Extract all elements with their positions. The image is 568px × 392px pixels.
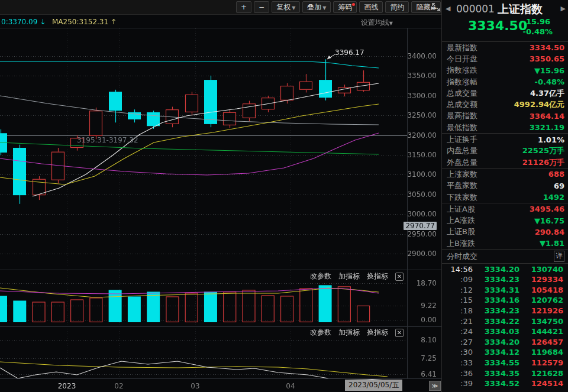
tape-price: 3334.12 bbox=[473, 348, 529, 357]
tape-row: :393334.52124514 bbox=[442, 378, 568, 389]
price-axis-tick: 3350.00 bbox=[395, 72, 437, 80]
quote-value: ▼15.96 bbox=[477, 66, 564, 75]
tape-row: :243334.03144421 bbox=[442, 326, 568, 337]
pane-control-加指标[interactable]: 加指标 bbox=[338, 271, 360, 281]
quote-row: 最新指数3334.50 bbox=[442, 42, 568, 53]
price-axis-tick: 3300.00 bbox=[395, 92, 437, 100]
toolbar-button-0[interactable]: + bbox=[236, 1, 251, 13]
tape-volume: 121926 bbox=[529, 306, 568, 315]
quote-label: 上涨家数 bbox=[447, 169, 477, 180]
chevron-down-icon: ▼ bbox=[292, 5, 295, 11]
tape-volume: 120762 bbox=[529, 296, 568, 304]
current-date-label: 2023/05/05/五 bbox=[345, 380, 402, 391]
quote-label: 上证B股 bbox=[447, 226, 475, 237]
tape-price: 3334.23 bbox=[473, 275, 529, 284]
pane-control-改参数[interactable]: 改参数 bbox=[310, 271, 331, 281]
quote-row: 上B涨跌▼1.81 bbox=[442, 238, 568, 249]
tape-volume: 124514 bbox=[529, 379, 568, 388]
pane-control-加指标[interactable]: 加指标 bbox=[338, 328, 360, 338]
pane-control-改参数[interactable]: 改参数 bbox=[310, 328, 331, 338]
toolbar-button-4[interactable]: 筹码 bbox=[333, 1, 357, 13]
change-amount: -15.96 bbox=[523, 17, 553, 27]
tape-row: :123334.31105418 bbox=[442, 285, 568, 296]
quote-label: 外盘总量 bbox=[447, 157, 477, 168]
price-axis-tick: 3050.00 bbox=[395, 190, 437, 199]
pane-control-换指标[interactable]: 换指标 bbox=[367, 271, 388, 281]
volume-axis-tick: 9.22 bbox=[395, 302, 437, 310]
quote-row: 内盘总量22525万手 bbox=[442, 145, 568, 157]
prev-stock-arrow-icon[interactable]: ◀ bbox=[446, 5, 450, 12]
quote-row: 外盘总量21126万手 bbox=[442, 157, 568, 168]
tape-price: 3334.20 bbox=[473, 338, 529, 346]
time-axis-tick: 04 bbox=[286, 382, 295, 390]
toolbar-button-2[interactable]: 复权▼ bbox=[272, 1, 300, 13]
price-axis-tick: 3200.00 bbox=[395, 131, 437, 140]
close-pane-icon[interactable]: ✕ bbox=[395, 273, 404, 281]
tape-volume: 121628 bbox=[529, 369, 568, 378]
tape-volume: 144421 bbox=[529, 327, 568, 336]
quote-label: 指数涨幅 bbox=[447, 77, 477, 88]
toolbar-buttons: +−复权▼叠加▼筹码画线简约隐藏▶▶ bbox=[236, 1, 441, 13]
toolbar-button-1[interactable]: − bbox=[254, 1, 269, 13]
tape-time: :24 bbox=[442, 327, 473, 336]
quote-row: 最高指数3364.14 bbox=[442, 111, 568, 122]
tape-time: :09 bbox=[442, 275, 473, 284]
scroll-right-button[interactable]: ≫ bbox=[429, 381, 441, 391]
tape-volume: 129334 bbox=[529, 275, 568, 284]
quote-value: 688 bbox=[477, 170, 564, 179]
gap-annotation: 3195.31-3197.32 bbox=[77, 136, 138, 144]
quote-value: 3350.65 bbox=[477, 54, 564, 63]
tape-price: 3334.55 bbox=[473, 358, 529, 367]
quote-value: 3495.46 bbox=[475, 205, 564, 213]
toolbar-button-3[interactable]: 叠加▼ bbox=[302, 1, 331, 13]
fullscreen-icon[interactable] bbox=[431, 2, 441, 12]
quote-label: 内盘总量 bbox=[447, 145, 477, 156]
quote-row: 最低指数3321.19 bbox=[442, 122, 568, 133]
close-pane-icon[interactable]: ✕ bbox=[395, 329, 404, 337]
tape-time: :21 bbox=[442, 317, 473, 326]
time-axis-tick: 03 bbox=[191, 382, 199, 390]
tape-row: :213334.22134750 bbox=[442, 316, 568, 326]
stock-name[interactable]: 上证指数 bbox=[498, 2, 543, 17]
tape-row: :303334.12119684 bbox=[442, 347, 568, 358]
quote-value: 1492 bbox=[477, 193, 564, 202]
quote-row: 指数涨幅-0.48% bbox=[442, 76, 568, 88]
pane-control-换指标[interactable]: 换指标 bbox=[367, 328, 388, 338]
volume-pane-controls: 改参数加指标换指标✕ bbox=[310, 271, 404, 281]
tape-time: :33 bbox=[442, 358, 473, 367]
tape-time: :15 bbox=[442, 296, 473, 304]
chart-column: +−复权▼叠加▼筹码画线简约隐藏▶▶ 0:3370.09 ↓ MA250:315… bbox=[0, 0, 441, 392]
high-point-annotation: 3396.17 bbox=[335, 48, 364, 57]
tape-detail-button[interactable]: 详 bbox=[554, 251, 564, 262]
tape-price: 3334.52 bbox=[473, 379, 529, 388]
quote-label: 最低指数 bbox=[447, 122, 477, 133]
tape-price: 3334.03 bbox=[473, 327, 529, 336]
tape-time: :27 bbox=[442, 338, 473, 346]
tape-row: :093334.23129334 bbox=[442, 274, 568, 285]
next-stock-arrow-icon[interactable]: ▶ bbox=[561, 5, 566, 12]
tape-row: :333334.55112579 bbox=[442, 358, 568, 368]
change-percent: -0.48% bbox=[523, 27, 553, 37]
quote-label: 上证换手 bbox=[447, 134, 477, 145]
ma-settings-button[interactable]: 设置均线▼ bbox=[361, 18, 393, 28]
tape-header: 分时成交 详 bbox=[442, 250, 568, 263]
volume-axis-tick: 0.00 bbox=[395, 316, 437, 324]
tape-price: 3334.31 bbox=[473, 286, 529, 294]
quote-label: 平盘家数 bbox=[447, 180, 477, 191]
price-axis-tick: 3150.00 bbox=[395, 151, 437, 159]
price-axis-tick: 2950.00 bbox=[395, 230, 437, 238]
quote-table: 最新指数3334.50今日开盘3350.65指数涨跌▼15.96指数涨幅-0.4… bbox=[442, 42, 568, 249]
toolbar-button-6[interactable]: 简约 bbox=[385, 1, 409, 13]
price-axis-tick: 3400.00 bbox=[395, 52, 437, 60]
toolbar-button-5[interactable]: 画线 bbox=[359, 1, 383, 13]
quote-label: 最新指数 bbox=[447, 43, 477, 53]
price-axis-tick: 3000.00 bbox=[395, 210, 437, 218]
tape-price: 3334.22 bbox=[473, 317, 529, 326]
price-axis-tick: 2900.00 bbox=[395, 250, 437, 258]
notification-dot-icon bbox=[352, 3, 355, 6]
time-axis-tick: 02 bbox=[114, 382, 123, 390]
tape-row: :363334.35121628 bbox=[442, 368, 568, 378]
tape-time: :30 bbox=[442, 348, 473, 357]
quote-value: ▼16.75 bbox=[475, 216, 564, 225]
quote-label: 总成交量 bbox=[447, 88, 477, 99]
